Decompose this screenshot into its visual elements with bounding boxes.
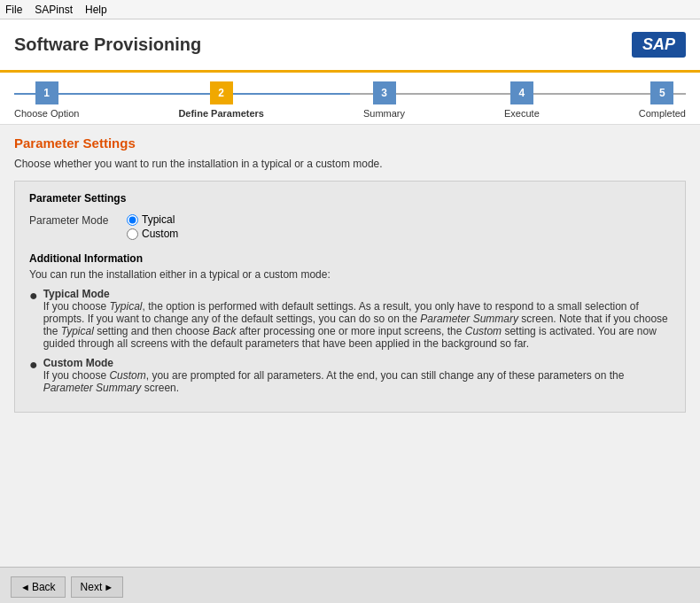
param-mode-radio-group: Typical Custom <box>127 213 178 240</box>
step-2-label: Define Parameters <box>178 108 264 119</box>
step-1-label: Choose Option <box>14 108 79 119</box>
back-button[interactable]: ◄ Back <box>11 576 66 598</box>
header: Software Provisioning SAP <box>0 19 700 73</box>
step-5-label: Completed <box>639 108 686 119</box>
additional-info-subtitle: You can run the installation either in a… <box>29 268 671 281</box>
custom-mode-content: Custom Mode If you choose Custom, you ar… <box>43 357 671 394</box>
back-arrow-icon: ◄ <box>20 582 30 592</box>
radio-typical-label: Typical <box>142 213 175 226</box>
typical-bullet: ● <box>29 289 38 303</box>
radio-custom-option[interactable]: Custom <box>127 228 178 240</box>
app-title: Software Provisioning <box>14 35 201 55</box>
param-mode-label: Parameter Mode <box>29 213 127 227</box>
step-2: 2 Define Parameters <box>178 81 264 119</box>
custom-mode-title: Custom Mode <box>43 357 113 369</box>
sap-logo: SAP <box>632 32 686 58</box>
radio-typical[interactable] <box>127 214 138 226</box>
page-heading: Parameter Settings <box>14 135 686 151</box>
param-box-title: Parameter Settings <box>29 192 671 205</box>
additional-info-section: Additional Information You can run the i… <box>29 252 671 394</box>
menu-file[interactable]: File <box>5 4 22 16</box>
page-description: Choose whether you want to run the insta… <box>14 158 686 170</box>
step-5-circle: 5 <box>650 81 673 104</box>
custom-mode-section: ● Custom Mode If you choose Custom, you … <box>29 357 671 394</box>
step-4-circle: 4 <box>510 81 533 104</box>
radio-typical-option[interactable]: Typical <box>127 213 178 226</box>
step-2-circle: 2 <box>210 81 233 104</box>
step-4-label: Execute <box>504 108 540 119</box>
menu-sapinst[interactable]: SAPinst <box>35 4 73 16</box>
step-1-circle: 1 <box>35 81 58 104</box>
footer: ◄ Back Next ► <box>0 567 700 603</box>
custom-bullet: ● <box>29 358 38 372</box>
main-content: Parameter Settings Choose whether you wa… <box>0 125 700 567</box>
radio-custom[interactable] <box>127 228 138 240</box>
step-3-label: Summary <box>363 108 405 119</box>
radio-custom-label: Custom <box>142 228 178 240</box>
step-5: 5 Completed <box>639 81 686 119</box>
additional-info-title: Additional Information <box>29 252 671 265</box>
typical-mode-section: ● Typical Mode If you choose Typical, th… <box>29 288 671 350</box>
step-1: 1 Choose Option <box>14 81 79 119</box>
menu-help[interactable]: Help <box>85 4 107 16</box>
step-4: 4 Execute <box>504 81 540 119</box>
back-label: Back <box>32 581 56 593</box>
progress-bar: 1 Choose Option 2 Define Parameters 3 Su… <box>0 73 700 125</box>
typical-mode-content: Typical Mode If you choose Typical, the … <box>43 288 671 350</box>
param-mode-row: Parameter Mode Typical Custom <box>29 213 671 240</box>
next-button[interactable]: Next ► <box>71 576 124 598</box>
menu-bar: File SAPinst Help <box>0 0 700 19</box>
step-3-circle: 3 <box>373 81 396 104</box>
parameter-settings-box: Parameter Settings Parameter Mode Typica… <box>14 181 686 413</box>
step-3: 3 Summary <box>363 81 405 119</box>
next-label: Next <box>81 581 103 593</box>
next-arrow-icon: ► <box>104 582 113 592</box>
typical-mode-title: Typical Mode <box>43 288 110 300</box>
